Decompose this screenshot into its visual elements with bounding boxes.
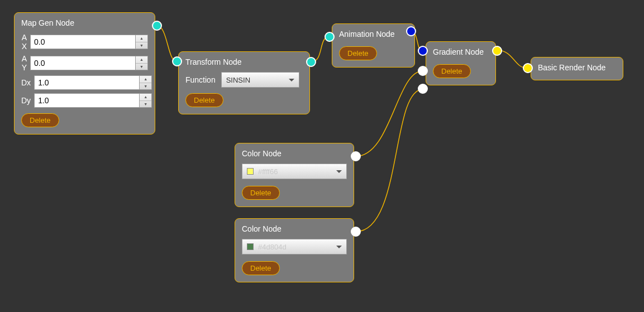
label-function: Function <box>185 75 216 84</box>
color-swatch-icon <box>247 168 254 175</box>
chevron-up-icon[interactable]: ▲ <box>136 56 147 64</box>
port-out-mapgen[interactable] <box>152 21 162 31</box>
port-in-animation[interactable] <box>325 32 335 42</box>
dropdown-color-value: #ffff66 <box>258 167 336 176</box>
dropdown-color-1[interactable]: #ffff66 <box>242 164 347 179</box>
spinner-dx[interactable]: ▲▼ <box>140 75 152 90</box>
color-swatch-icon <box>247 243 254 250</box>
spinner-dy[interactable]: ▲▼ <box>140 93 152 108</box>
chevron-up-icon[interactable]: ▲ <box>136 35 147 42</box>
spinner-ax[interactable]: ▲▼ <box>136 35 148 49</box>
delete-button[interactable]: Delete <box>242 186 280 200</box>
node-transform[interactable]: Transform Node Function SINSIN Delete <box>178 51 310 114</box>
node-gradient[interactable]: Gradient Node Delete <box>426 41 496 85</box>
input-ay[interactable]: ▲▼ <box>30 56 148 70</box>
input-dy-text[interactable] <box>34 93 140 108</box>
label-dx: Dx <box>21 78 34 87</box>
input-dy[interactable]: ▲▼ <box>34 93 152 108</box>
port-in-gradient-3[interactable] <box>418 84 428 94</box>
spinner-ay[interactable]: ▲▼ <box>136 56 148 70</box>
chevron-down-icon[interactable]: ▼ <box>136 64 147 70</box>
chevron-down-icon <box>336 246 342 248</box>
chevron-down-icon[interactable]: ▼ <box>140 83 151 90</box>
field-ax: A X ▲▼ <box>21 33 148 51</box>
field-dy: Dy ▲▼ <box>21 93 148 108</box>
chevron-down-icon <box>289 79 294 81</box>
port-out-animation[interactable] <box>406 26 416 36</box>
delete-button[interactable]: Delete <box>433 64 471 78</box>
port-in-render[interactable] <box>523 63 533 73</box>
node-title: Animation Node <box>339 30 408 39</box>
field-dx: Dx ▲▼ <box>21 75 148 90</box>
chevron-down-icon[interactable]: ▼ <box>136 42 147 49</box>
node-title: Basic Render Node <box>538 63 616 72</box>
delete-button[interactable]: Delete <box>185 93 223 107</box>
input-dx[interactable]: ▲▼ <box>34 75 152 90</box>
node-color-2[interactable]: Color Node #4d804d Delete <box>235 218 354 282</box>
input-ax[interactable]: ▲▼ <box>30 35 148 49</box>
port-in-transform[interactable] <box>172 56 182 66</box>
dropdown-function-value: SINSIN <box>226 76 289 84</box>
port-out-color-1[interactable] <box>351 151 361 161</box>
dropdown-function[interactable]: SINSIN <box>221 72 299 88</box>
dropdown-color-2[interactable]: #4d804d <box>242 239 347 255</box>
node-title: Gradient Node <box>433 47 489 56</box>
chevron-down-icon[interactable]: ▼ <box>140 101 151 108</box>
node-title: Map Gen Node <box>21 18 148 27</box>
input-ax-text[interactable] <box>30 35 136 49</box>
node-color-1[interactable]: Color Node #ffff66 Delete <box>235 143 354 207</box>
field-ay: A Y ▲▼ <box>21 54 148 72</box>
delete-button[interactable]: Delete <box>21 113 59 127</box>
port-out-color-2[interactable] <box>351 227 361 237</box>
chevron-up-icon[interactable]: ▲ <box>140 94 151 101</box>
node-title: Color Node <box>242 224 347 233</box>
node-animation[interactable]: Animation Node Delete <box>332 23 415 68</box>
port-in-gradient-1[interactable] <box>418 46 428 56</box>
port-out-transform[interactable] <box>306 57 316 67</box>
chevron-down-icon <box>336 170 342 173</box>
node-title: Transform Node <box>185 57 303 66</box>
label-ax: A X <box>21 33 30 51</box>
node-map-gen[interactable]: Map Gen Node A X ▲▼ A Y ▲▼ Dx ▲▼ Dy ▲▼ D… <box>14 12 155 135</box>
delete-button[interactable]: Delete <box>339 46 377 60</box>
delete-button[interactable]: Delete <box>242 261 280 275</box>
dropdown-color-value: #4d804d <box>258 243 336 251</box>
node-title: Color Node <box>242 149 347 158</box>
node-render[interactable]: Basic Render Node <box>531 57 623 80</box>
port-out-gradient[interactable] <box>492 46 502 56</box>
field-function: Function SINSIN <box>185 72 303 88</box>
label-dy: Dy <box>21 96 34 105</box>
chevron-up-icon[interactable]: ▲ <box>140 76 151 83</box>
input-ay-text[interactable] <box>30 56 136 70</box>
label-ay: A Y <box>21 54 30 72</box>
input-dx-text[interactable] <box>34 75 140 90</box>
port-in-gradient-2[interactable] <box>418 66 428 76</box>
